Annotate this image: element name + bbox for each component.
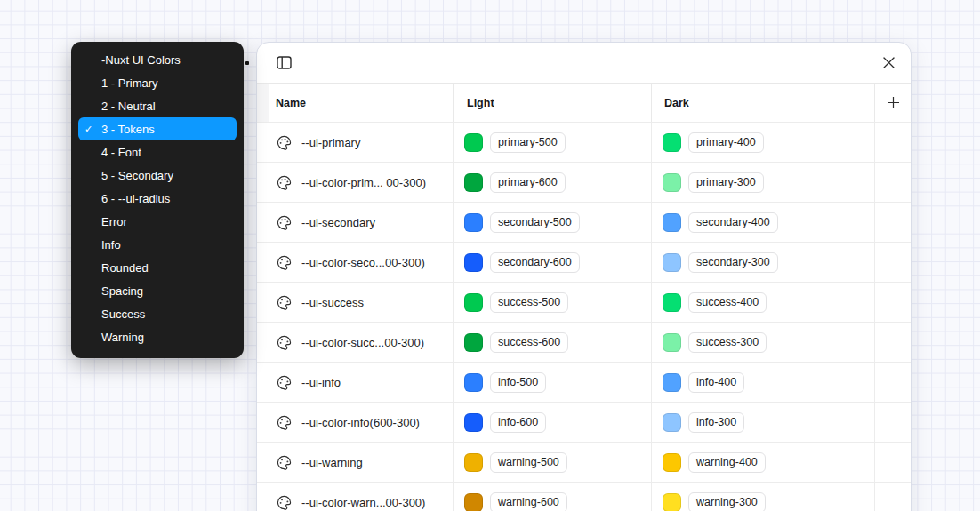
collections-menu-list: -Nuxt UI Colors 1 - Primary 2 - Neutral … [71, 48, 244, 348]
light-pill-label[interactable]: secondary-600 [490, 252, 580, 273]
dark-pill-label[interactable]: primary-400 [688, 132, 764, 153]
menu-item[interactable]: 1 - Primary [78, 71, 237, 94]
light-value-cell[interactable]: secondary-500 [453, 203, 651, 242]
dark-value-cell[interactable]: warning-300 [651, 483, 874, 511]
light-pill-label[interactable]: success-600 [490, 332, 568, 353]
table-row[interactable]: --ui-secondary secondary-500 secondary-4… [257, 202, 911, 242]
variable-name-cell[interactable]: --ui-secondary [257, 203, 453, 242]
variable-name-cell[interactable]: --ui-success [257, 283, 453, 322]
menu-item[interactable]: ✓ 3 - Tokens [78, 117, 237, 140]
menu-item[interactable]: Info [78, 233, 237, 256]
table-row[interactable]: --ui-color-seco...00-300) secondary-600 … [257, 242, 911, 282]
light-value-cell[interactable]: warning-600 [453, 483, 651, 511]
dark-pill-label[interactable]: warning-400 [688, 452, 766, 473]
close-button[interactable] [881, 55, 896, 70]
menu-item[interactable]: Error [78, 210, 237, 233]
menu-item-label: 1 - Primary [101, 76, 158, 90]
dark-swatch [663, 373, 681, 392]
table-row[interactable]: --ui-info info-500 info-400 [257, 362, 911, 402]
dark-value-cell[interactable]: primary-300 [651, 163, 874, 202]
dark-value-cell[interactable]: secondary-400 [651, 203, 874, 242]
dark-pill-label[interactable]: success-400 [688, 292, 767, 313]
table-row[interactable]: --ui-success success-500 success-400 [257, 282, 911, 322]
variable-name-cell[interactable]: --ui-info [257, 363, 453, 402]
menu-item[interactable]: Success [78, 302, 237, 325]
light-pill-label[interactable]: info-600 [490, 412, 546, 433]
variable-name: --ui-color-succ...00-300) [301, 336, 424, 349]
dark-pill-label[interactable]: secondary-400 [688, 212, 778, 233]
table-row[interactable]: --ui-primary primary-500 primary-400 [257, 122, 911, 162]
dark-value-cell[interactable]: success-400 [651, 283, 874, 322]
light-value-cell[interactable]: success-500 [453, 283, 651, 322]
dark-pill-label[interactable]: success-300 [688, 332, 767, 353]
menu-item-label: Spacing [101, 284, 143, 298]
add-mode-button[interactable] [885, 94, 902, 111]
menu-item[interactable]: 6 - --ui-radius [78, 187, 237, 210]
variable-name-cell[interactable]: --ui-warning [257, 443, 453, 482]
table-row[interactable]: --ui-warning warning-500 warning-400 [257, 442, 911, 482]
light-value-cell[interactable]: primary-500 [453, 123, 651, 162]
variable-name-cell[interactable]: --ui-color-succ...00-300) [257, 323, 453, 362]
variable-name: --ui-color-prim... 00-300) [301, 176, 426, 189]
palette-icon [277, 175, 292, 190]
variable-name-cell[interactable]: --ui-primary [257, 123, 453, 162]
dark-pill-label[interactable]: primary-300 [688, 172, 764, 193]
light-value-cell[interactable]: success-600 [453, 323, 651, 362]
menu-item[interactable]: 5 - Secondary [78, 164, 237, 187]
menu-item-label: Rounded [101, 261, 149, 275]
variable-name: --ui-color-seco...00-300) [301, 256, 425, 269]
variable-name-cell[interactable]: --ui-color-warn...00-300) [257, 483, 453, 511]
light-pill-label[interactable]: warning-600 [490, 492, 567, 511]
menu-item[interactable]: 2 - Neutral [78, 94, 237, 117]
light-pill-label[interactable]: secondary-500 [490, 212, 580, 233]
light-value-cell[interactable]: info-500 [453, 363, 651, 402]
light-pill-label[interactable]: primary-500 [490, 132, 566, 153]
light-value-cell[interactable]: warning-500 [453, 443, 651, 482]
close-icon [883, 57, 895, 68]
dark-pill-label[interactable]: warning-300 [688, 492, 766, 511]
palette-icon [277, 335, 292, 350]
dark-value-cell[interactable]: success-300 [651, 323, 874, 362]
light-value-cell[interactable]: secondary-600 [453, 243, 651, 282]
light-value-cell[interactable]: primary-600 [453, 163, 651, 202]
column-header-light: Light [453, 84, 651, 122]
light-swatch [464, 253, 483, 272]
dark-pill-label[interactable]: info-300 [688, 412, 744, 433]
dark-value-cell[interactable]: primary-400 [651, 123, 874, 162]
dark-pill-label[interactable]: secondary-300 [688, 252, 778, 273]
table-row[interactable]: --ui-color-succ...00-300) success-600 su… [257, 322, 911, 362]
table-row[interactable]: --ui-color-warn...00-300) warning-600 wa… [257, 482, 911, 511]
light-pill-label[interactable]: warning-500 [490, 452, 567, 473]
light-pill-label[interactable]: success-500 [490, 292, 568, 313]
column-header-dark: Dark [651, 84, 874, 122]
table-row[interactable]: --ui-color-prim... 00-300) primary-600 p… [257, 162, 911, 202]
light-pill-label[interactable]: primary-600 [490, 172, 566, 193]
menu-item[interactable]: -Nuxt UI Colors [78, 48, 237, 71]
light-pill-label[interactable]: info-500 [490, 372, 546, 393]
dark-swatch [663, 453, 681, 472]
variable-name-cell[interactable]: --ui-color-seco...00-300) [257, 243, 453, 282]
row-spare-cell [874, 403, 911, 442]
menu-item[interactable]: Warning [78, 325, 237, 348]
menu-item[interactable]: Rounded [78, 256, 237, 279]
menu-item[interactable]: Spacing [78, 279, 237, 302]
menu-item-label: Warning [101, 331, 144, 344]
table-row[interactable]: --ui-color-info(600-300) info-600 info-3… [257, 402, 911, 442]
menu-item[interactable]: 4 - Font [78, 140, 237, 164]
variable-name-cell[interactable]: --ui-color-prim... 00-300) [257, 163, 453, 202]
variable-name-cell[interactable]: --ui-color-info(600-300) [257, 403, 453, 442]
dark-swatch [663, 413, 681, 432]
sidebar-toggle-button[interactable] [275, 54, 293, 71]
dark-pill-label[interactable]: info-400 [688, 372, 744, 393]
light-swatch [464, 133, 483, 152]
dark-value-cell[interactable]: info-300 [651, 403, 874, 442]
dark-value-cell[interactable]: info-400 [651, 363, 874, 402]
light-swatch [464, 213, 483, 232]
light-value-cell[interactable]: info-600 [453, 403, 651, 442]
palette-icon [277, 375, 292, 390]
dark-swatch [663, 333, 681, 352]
dark-value-cell[interactable]: warning-400 [651, 443, 874, 482]
dark-value-cell[interactable]: secondary-300 [651, 243, 874, 282]
dark-swatch [663, 213, 681, 232]
menu-item-label: 5 - Secondary [101, 169, 173, 182]
